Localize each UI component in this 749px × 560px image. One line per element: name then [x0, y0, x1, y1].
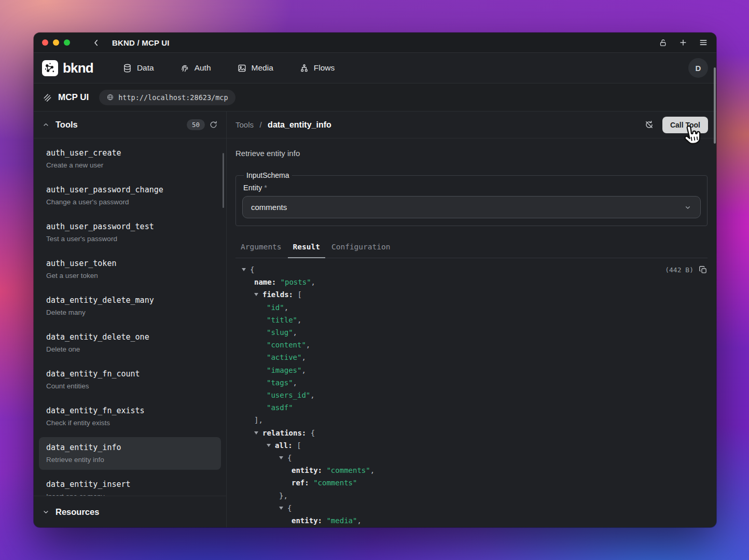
- bknd-logo[interactable]: bknd: [42, 60, 93, 76]
- tool-name: data_entity_fn_exists: [46, 405, 214, 416]
- new-tab-plus-icon[interactable]: [678, 38, 688, 47]
- back-icon[interactable]: [92, 38, 101, 47]
- tool-list-item-data_entity_insert[interactable]: data_entity_insertInsert one or many: [39, 474, 221, 496]
- fingerprint-icon: [180, 63, 190, 73]
- image-icon: [237, 63, 247, 73]
- tools-sidebar: Tools 50 auth_user_createCreate a new us…: [34, 111, 227, 527]
- json-line: "active",: [235, 351, 708, 363]
- collapse-triangle-icon[interactable]: [279, 456, 283, 459]
- collapse-triangle-icon[interactable]: [242, 268, 246, 271]
- tool-description: Get a user token: [46, 271, 214, 281]
- chevron-down-icon[interactable]: [42, 508, 50, 516]
- json-line: {: [235, 502, 708, 514]
- window-controls: [42, 39, 70, 46]
- resources-section-header[interactable]: Resources: [34, 496, 226, 527]
- nav-item-media[interactable]: Media: [237, 63, 273, 73]
- result-json-viewer: (442 B) {name: "posts",fields: ["id","ti…: [235, 258, 708, 527]
- tool-detail-panel: Tools / data_entity_info Call Tool Retri…: [227, 111, 716, 527]
- breadcrumb-current: data_entity_info: [268, 120, 331, 129]
- tab-configuration[interactable]: Configuration: [326, 240, 396, 258]
- main-nav: DataAuthMediaFlows: [122, 63, 335, 73]
- titlebar: BKND / MCP UI: [34, 33, 716, 53]
- collapse-triangle-icon[interactable]: [279, 507, 283, 510]
- json-line: name: "posts",: [235, 276, 708, 288]
- content-area: Tools 50 auth_user_createCreate a new us…: [34, 111, 716, 527]
- breadcrumb-parent[interactable]: Tools: [235, 120, 254, 129]
- lock-open-icon[interactable]: [659, 38, 668, 47]
- mouse-cursor-pointer: [678, 122, 704, 150]
- tools-section-label: Tools: [56, 120, 78, 130]
- tools-section-header[interactable]: Tools 50: [34, 111, 226, 138]
- json-line: ref: "comments": [235, 477, 708, 489]
- zoom-window-button[interactable]: [64, 39, 70, 46]
- tool-list-item-auth_user_password_change[interactable]: auth_user_password_changeChange a user's…: [39, 179, 221, 212]
- tool-list-item-auth_user_password_test[interactable]: auth_user_password_testTest a user's pas…: [39, 216, 221, 249]
- tool-description: Delete one: [46, 344, 214, 354]
- mcp-url-text: http://localhost:28623/mcp: [118, 93, 228, 102]
- tool-list-item-data_entity_delete_one[interactable]: data_entity_delete_oneDelete one: [39, 327, 221, 359]
- window-scrollbar[interactable]: [714, 67, 716, 144]
- close-window-button[interactable]: [42, 39, 48, 46]
- page-title: MCP UI: [58, 92, 89, 103]
- input-schema-legend: InputSchema: [244, 171, 292, 179]
- json-line: ref: "images": [235, 527, 708, 527]
- nav-item-data[interactable]: Data: [122, 63, 154, 73]
- tool-name: auth_user_create: [46, 148, 214, 159]
- tab-arguments[interactable]: Arguments: [235, 240, 287, 258]
- tool-list-item-data_entity_fn_exists[interactable]: data_entity_fn_existsCheck if entity exi…: [39, 400, 221, 433]
- json-line: ],: [235, 414, 708, 426]
- tool-name: data_entity_delete_many: [46, 295, 214, 306]
- nav-item-flows[interactable]: Flows: [299, 63, 335, 73]
- tool-name: data_entity_info: [46, 442, 214, 453]
- nav-item-label: Media: [252, 63, 273, 73]
- stack-icon: [42, 92, 52, 103]
- tool-list-item-auth_user_create[interactable]: auth_user_createCreate a new user: [39, 143, 221, 175]
- nav-item-auth[interactable]: Auth: [180, 63, 211, 73]
- collapse-triangle-icon[interactable]: [254, 293, 258, 296]
- select-chevron-down-icon: [684, 203, 692, 212]
- globe-icon: [106, 93, 114, 101]
- chevron-up-icon[interactable]: [42, 121, 50, 129]
- input-schema-fieldset: InputSchema Entity * comments: [235, 171, 708, 226]
- entity-label-text: Entity: [243, 184, 262, 192]
- tool-description: Count entities: [46, 381, 214, 391]
- tool-name: data_entity_insert: [46, 479, 214, 490]
- tool-name: data_entity_fn_count: [46, 369, 214, 380]
- tool-description: Retrieve entity info: [46, 455, 214, 465]
- entity-select[interactable]: comments: [242, 196, 701, 218]
- collapse-triangle-icon[interactable]: [267, 444, 271, 447]
- breadcrumb-separator: /: [259, 120, 261, 129]
- user-avatar[interactable]: D: [688, 58, 708, 78]
- app-window: BKND / MCP UI bknd DataAuthMediaFlows D: [34, 33, 716, 527]
- json-line: "tags",: [235, 376, 708, 389]
- tool-list-item-data_entity_info[interactable]: data_entity_infoRetrieve entity info: [39, 437, 221, 470]
- json-line: },: [235, 489, 708, 502]
- tool-description: Change a user's password: [46, 197, 214, 207]
- tools-count-badge: 50: [187, 119, 205, 130]
- mcp-ui-header: MCP UI http://localhost:28623/mcp: [34, 83, 716, 111]
- copy-icon[interactable]: [699, 265, 708, 274]
- tool-list-item-data_entity_fn_count[interactable]: data_entity_fn_countCount entities: [39, 363, 221, 396]
- json-line: "title",: [235, 314, 708, 326]
- tool-name: auth_user_token: [46, 258, 214, 269]
- tool-list-item-auth_user_token[interactable]: auth_user_tokenGet a user token: [39, 253, 221, 286]
- avatar-initial: D: [696, 64, 701, 73]
- brand-text: bknd: [63, 60, 93, 76]
- sidebar-scrollbar[interactable]: [223, 153, 224, 208]
- history-off-icon[interactable]: [644, 120, 654, 130]
- minimize-window-button[interactable]: [53, 39, 59, 46]
- tab-result[interactable]: Result: [288, 240, 325, 258]
- menu-icon[interactable]: [699, 38, 708, 47]
- tool-detail-body: Retrieve entity info InputSchema Entity …: [227, 138, 716, 527]
- collapse-triangle-icon[interactable]: [254, 431, 258, 435]
- titlebar-actions: [659, 38, 708, 47]
- tool-name: auth_user_password_test: [46, 221, 214, 232]
- tool-list-item-data_entity_delete_many[interactable]: data_entity_delete_manyDelete many: [39, 290, 221, 323]
- tool-description: Test a user's password: [46, 234, 214, 244]
- mcp-url-pill[interactable]: http://localhost:28623/mcp: [99, 90, 235, 105]
- json-line: relations: {: [235, 427, 708, 439]
- refresh-icon[interactable]: [209, 120, 218, 129]
- resources-section-label: Resources: [56, 507, 99, 517]
- bknd-logo-icon: [42, 60, 58, 76]
- tool-description: Check if entity exists: [46, 418, 214, 428]
